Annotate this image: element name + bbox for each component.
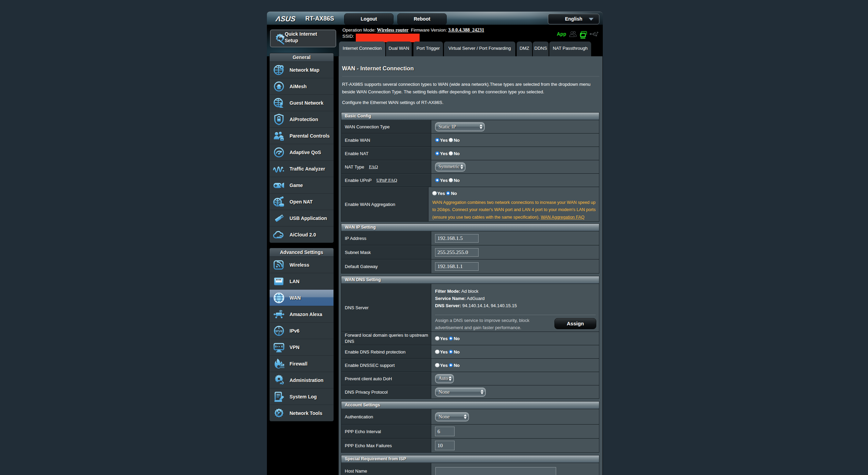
svg-text:IPV6: IPV6 [275, 329, 282, 333]
